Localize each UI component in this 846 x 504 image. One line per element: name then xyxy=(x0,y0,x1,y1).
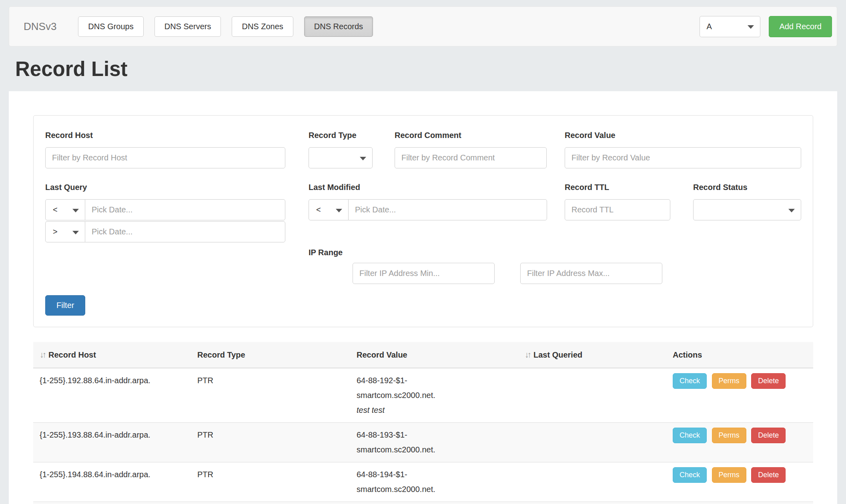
record-host-filter: Record Host xyxy=(45,130,285,168)
sort-icon[interactable]: ↓↑ xyxy=(40,350,48,359)
table-row: {1-255}.192.88.64.in-addr.arpa. PTR 64-8… xyxy=(33,368,813,423)
chevron-down-icon xyxy=(360,157,366,160)
table-row: {1-255}.193.88.64.in-addr.arpa. PTR 64-8… xyxy=(33,423,813,462)
record-value-label: Record Value xyxy=(565,130,801,140)
last-query-gt-date-input[interactable] xyxy=(85,221,285,242)
th-record-host-label: Record Host xyxy=(48,350,96,359)
th-record-type-label: Record Type xyxy=(197,350,245,359)
cell-record-type: PTR xyxy=(191,462,350,502)
last-query-label: Last Query xyxy=(45,182,285,192)
record-type-filter-select[interactable] xyxy=(309,147,373,168)
record-host-label: Record Host xyxy=(45,130,285,140)
th-actions: Actions xyxy=(666,342,813,368)
cell-record-host: {1-255}.192.88.64.in-addr.arpa. xyxy=(33,368,191,423)
filter-panel: Record Host Record Type Record Comment R… xyxy=(33,115,813,327)
cell-last-queried xyxy=(518,462,666,502)
record-value-filter: Record Value xyxy=(565,130,801,168)
record-status-select[interactable] xyxy=(693,199,801,220)
record-value-text: 64-88-193-$1-smartcom.sc2000.net. xyxy=(357,428,444,457)
th-record-value: Record Value xyxy=(350,342,518,368)
last-query-lt-date-input[interactable] xyxy=(85,199,285,220)
record-value-input[interactable] xyxy=(565,147,801,168)
chevron-down-icon xyxy=(788,209,795,212)
th-record-type: Record Type xyxy=(191,342,350,368)
last-query-gt-select[interactable]: > xyxy=(45,221,85,242)
chevron-down-icon xyxy=(336,209,342,212)
chevron-down-icon xyxy=(72,209,79,212)
nav-dns-servers-button[interactable]: DNS Servers xyxy=(154,16,221,37)
record-host-input[interactable] xyxy=(45,147,285,168)
cell-last-queried xyxy=(518,368,666,423)
navbar-right-group: A Add Record xyxy=(700,16,832,37)
cell-actions: Check Perms Delete xyxy=(666,423,813,462)
th-record-host[interactable]: ↓↑Record Host xyxy=(33,342,191,368)
sort-icon[interactable]: ↓↑ xyxy=(525,350,533,359)
last-modified-date-input[interactable] xyxy=(348,199,547,220)
ip-range-filter: IP Range xyxy=(309,248,669,284)
cell-record-host: {1-255}.193.88.64.in-addr.arpa. xyxy=(33,423,191,462)
main-panel: Record Host Record Type Record Comment R… xyxy=(9,91,837,504)
nav-dns-records-button[interactable]: DNS Records xyxy=(304,16,373,37)
record-ttl-filter: Record TTL xyxy=(565,182,670,220)
last-modified-label: Last Modified xyxy=(309,182,547,192)
last-query-filter: Last Query < > xyxy=(45,182,285,243)
last-modified-lt-select[interactable]: < xyxy=(309,199,349,220)
table-row: {1-255}.194.88.64.in-addr.arpa. PTR 64-8… xyxy=(33,462,813,502)
record-type-filter: Record Type xyxy=(309,130,373,168)
cell-actions: Check Perms Delete xyxy=(666,462,813,502)
record-type-label: Record Type xyxy=(309,130,373,140)
filter-button[interactable]: Filter xyxy=(45,295,85,316)
chevron-down-icon xyxy=(72,231,79,234)
record-status-label: Record Status xyxy=(693,182,801,192)
brand: DNSv3 xyxy=(24,20,56,33)
th-actions-label: Actions xyxy=(673,350,702,359)
perms-button[interactable]: Perms xyxy=(712,428,746,443)
record-comment-text: test test xyxy=(357,403,512,418)
th-last-queried[interactable]: ↓↑Last Queried xyxy=(518,342,666,368)
record-comment-input[interactable] xyxy=(395,147,547,168)
record-status-filter: Record Status xyxy=(693,182,801,220)
record-type-select[interactable]: A xyxy=(700,16,760,37)
record-comment-filter: Record Comment xyxy=(395,130,547,168)
cell-actions: Check Perms Delete xyxy=(666,368,813,423)
th-last-queried-label: Last Queried xyxy=(533,350,582,359)
th-record-value-label: Record Value xyxy=(357,350,407,359)
last-query-lt-value: < xyxy=(53,205,58,214)
record-value-text: 64-88-194-$1-smartcom.sc2000.net. xyxy=(357,467,444,497)
cell-last-queried xyxy=(518,423,666,462)
delete-button[interactable]: Delete xyxy=(751,373,786,389)
check-button[interactable]: Check xyxy=(673,428,707,443)
table-row-partial xyxy=(33,502,813,504)
ip-range-label: IP Range xyxy=(309,248,669,257)
nav-dns-zones-button[interactable]: DNS Zones xyxy=(232,16,293,37)
cell-record-value: 64-88-194-$1-smartcom.sc2000.net. xyxy=(350,462,518,502)
cell-record-value: 64-88-192-$1-smartcom.sc2000.net. test t… xyxy=(350,368,518,423)
nav-buttons: DNS Groups DNS Servers DNS Zones DNS Rec… xyxy=(78,16,373,37)
perms-button[interactable]: Perms xyxy=(712,373,746,389)
nav-dns-groups-button[interactable]: DNS Groups xyxy=(78,16,143,37)
cell-record-type: PTR xyxy=(191,423,350,462)
records-table: ↓↑Record Host Record Type Record Value ↓… xyxy=(33,342,813,504)
chevron-down-icon xyxy=(748,25,754,29)
last-query-lt-select[interactable]: < xyxy=(45,199,85,220)
record-ttl-label: Record TTL xyxy=(565,182,670,192)
ip-max-input[interactable] xyxy=(520,263,662,284)
perms-button[interactable]: Perms xyxy=(712,467,746,483)
ip-min-input[interactable] xyxy=(353,263,495,284)
cell-record-type: PTR xyxy=(191,368,350,423)
add-record-button[interactable]: Add Record xyxy=(769,16,832,37)
delete-button[interactable]: Delete xyxy=(751,467,786,483)
last-modified-filter: Last Modified < xyxy=(309,182,547,221)
table-header-row: ↓↑Record Host Record Type Record Value ↓… xyxy=(33,342,813,368)
record-value-text: 64-88-192-$1-smartcom.sc2000.net. xyxy=(357,373,444,403)
record-comment-label: Record Comment xyxy=(395,130,547,140)
last-modified-lt-value: < xyxy=(316,205,321,214)
check-button[interactable]: Check xyxy=(673,373,707,389)
navbar: DNSv3 DNS Groups DNS Servers DNS Zones D… xyxy=(9,6,837,46)
cell-record-value: 64-88-193-$1-smartcom.sc2000.net. xyxy=(350,423,518,462)
last-query-gt-value: > xyxy=(53,227,58,236)
record-type-select-value: A xyxy=(706,22,712,31)
record-ttl-input[interactable] xyxy=(565,199,670,220)
delete-button[interactable]: Delete xyxy=(751,428,786,443)
check-button[interactable]: Check xyxy=(673,467,707,483)
